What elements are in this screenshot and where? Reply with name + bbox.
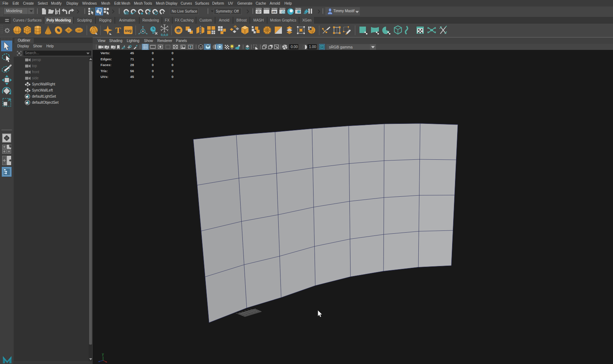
svg-text:0: 0: [172, 75, 173, 79]
svg-text:0: 0: [152, 75, 154, 79]
svg-text:UVs:: UVs:: [101, 75, 108, 79]
svg-text:T: T: [115, 25, 121, 35]
svg-text:0: 0: [152, 51, 154, 55]
svg-text:Tris:: Tris:: [101, 69, 108, 73]
svg-text:71: 71: [130, 57, 134, 61]
svg-text:0: 0: [152, 69, 154, 73]
svg-text:Edges:: Edges:: [101, 57, 112, 61]
svg-text:Faces:: Faces:: [101, 63, 111, 67]
svg-text:svg: svg: [125, 28, 132, 33]
svg-text:0: 0: [172, 57, 173, 61]
svg-text:0: 0: [172, 63, 173, 67]
svg-text:y: y: [102, 352, 104, 356]
svg-text:45: 45: [130, 51, 134, 55]
svg-text:0,0,0: 0,0,0: [161, 33, 168, 37]
svg-text:0: 0: [152, 63, 154, 67]
svg-text:0: 0: [172, 51, 173, 55]
svg-text:0: 0: [152, 57, 154, 61]
svg-text:45: 45: [130, 75, 134, 79]
svg-text:28: 28: [130, 63, 134, 67]
svg-text:ON: ON: [321, 46, 324, 48]
svg-text:IPR: IPR: [272, 11, 277, 13]
svg-text:0: 0: [172, 69, 173, 73]
svg-text:Verts:: Verts:: [101, 51, 110, 55]
svg-text:56: 56: [130, 69, 134, 73]
svg-text:T: T: [190, 45, 192, 49]
